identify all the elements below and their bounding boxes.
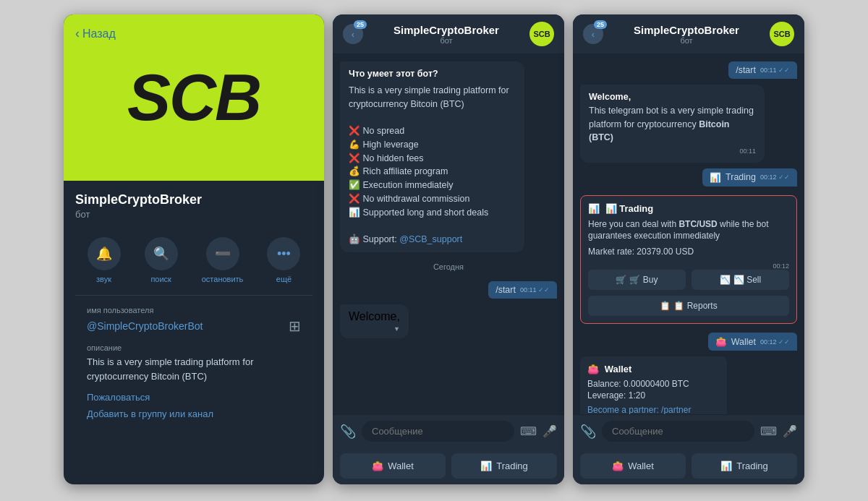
trading-card-time: 00:12 [588,262,789,270]
sell-icon: 📉 [720,275,731,285]
more-icon: ••• [267,237,300,270]
trading-card-icon: 📊 [588,203,600,214]
wallet-card-icon: 👛 [587,364,599,374]
partner-text: Become a partner: /partner [587,405,720,414]
stop-button[interactable]: ➖ остановить [202,237,244,283]
more-label: ещё [276,275,292,283]
leverage-value: 1:20 [629,390,645,401]
wallet-balance-line: Balance: 0.00000400 BTC [587,379,720,389]
chat-input-area-2: 📎 ⌨ 🎤 [333,414,564,448]
feature-4: 💰 Rich affiliate program [349,165,516,179]
screen-chat-trading: ‹ 25 SimpleCryptoBroker бот SCB /start 0… [573,14,804,484]
add-to-group-link[interactable]: Добавить в группу или канал [87,408,301,419]
chat-title-group-3: SimpleCryptoBroker бот [610,24,762,45]
trading-card-title: 📊 📊 Trading [588,203,789,214]
bot-info-message: Что умеет этот бот? This is a very simpl… [340,61,524,252]
mic-icon-3[interactable]: 🎤 [783,424,797,438]
chat-input-2[interactable] [362,421,514,442]
bottom-buttons-3: 👛 Wallet 📊 Trading [573,448,804,484]
stop-label: остановить [202,275,244,283]
chat-body-2: Что умеет этот бот? This is a very simpl… [333,54,564,414]
bot-name: SimpleCryptoBroker [75,192,312,207]
wallet-sent-time: 00:12 ✓✓ [760,338,790,346]
mic-icon[interactable]: 🎤 [542,424,557,438]
market-rate: Market rate: 20379.00 USD [588,247,789,257]
trading-button-3[interactable]: 📊 Trading [692,453,797,479]
trading-label-2: Trading [496,461,528,471]
sell-label: 📉 Sell [733,275,761,285]
qr-icon[interactable]: ⊞ [289,317,301,335]
wallet-button-3[interactable]: 👛 Wallet [580,453,686,479]
chat-input-3[interactable] [602,421,754,442]
search-button[interactable]: 🔍 поиск [145,237,178,283]
back-button[interactable]: ‹ Назад [75,26,116,41]
buy-icon: 🛒 [616,275,626,285]
balance-label: Balance: [587,379,624,389]
welcome-message-3: Welcome, This telegram bot is a very sim… [580,85,765,163]
more-button[interactable]: ••• ещё [267,237,300,283]
reports-button[interactable]: 📋 📋 Reports [588,296,789,316]
sound-label: звук [96,275,111,283]
report-link[interactable]: Пожаловаться [87,392,301,403]
screen-profile: ‹ Назад SCB SimpleCryptoBroker бот 🔔 зву… [64,14,324,484]
welcome-title-3: Welcome, [589,90,756,104]
back-arrow-icon: ‹ [352,29,354,40]
username-section: имя пользователя @SimpleCryptoBrokerBot … [75,296,312,435]
chat-input-area-3: 📎 ⌨ 🎤 [573,414,804,448]
trading-button-2[interactable]: 📊 Trading [451,453,557,479]
chat-title: SimpleCryptoBroker [370,24,522,36]
action-buttons-row: 🔔 звук 🔍 поиск ➖ остановить ••• ещё [75,231,312,296]
username-value: @SimpleCryptoBrokerBot ⊞ [87,317,301,335]
keyboard-icon[interactable]: ⌨ [520,424,537,438]
trading-icon-3: 📊 [720,461,732,471]
date-divider: Сегодня [340,262,557,271]
reports-icon: 📋 [660,301,671,311]
scroll-down-btn[interactable]: ▼ [393,325,400,333]
keyboard-icon-3[interactable]: ⌨ [760,424,777,438]
unread-badge-3: 25 [594,20,607,29]
market-rate-label: Market rate: [588,247,637,257]
feature-5: ✅ Execution immediately [349,179,516,192]
trading-icon-2: 📊 [480,461,492,471]
attach-icon-3[interactable]: 📎 [580,424,596,440]
start-command-text-3: /start [736,65,756,75]
chat-header-2: ‹ 25 SimpleCryptoBroker бот SCB [333,14,564,54]
username-label: имя пользователя [87,306,301,314]
wallet-card: 👛 Wallet Balance: 0.00000400 BTC Leverag… [580,356,727,414]
wallet-button-2[interactable]: 👛 Wallet [340,453,446,479]
buy-button[interactable]: 🛒 🛒 Buy [588,270,686,290]
bottom-buttons-2: 👛 Wallet 📊 Trading [333,448,564,484]
search-label: поиск [150,275,171,283]
attach-icon[interactable]: 📎 [340,424,356,440]
stop-icon: ➖ [206,237,239,270]
partner-link[interactable]: /partner [661,405,691,414]
chat-avatar: SCB [529,22,554,46]
start-command-sent: /start 00:11 ✓✓ [488,281,557,299]
msg-time-start: 00:11 ✓✓ [520,286,550,294]
sound-button[interactable]: 🔔 звук [88,237,121,283]
trading-sent-time: 00:12 ✓✓ [760,174,790,181]
search-icon: 🔍 [145,237,178,270]
wallet-icon-3: 👛 [612,461,624,471]
chat-title-group: SimpleCryptoBroker бот [370,24,522,45]
back-circle-button[interactable]: ‹ 25 [343,24,363,44]
back-label: Назад [82,27,116,40]
wallet-sent-3: 👛 Wallet 00:12 ✓✓ [708,333,797,351]
unread-badge: 25 [354,20,367,29]
chevron-left-icon: ‹ [75,26,80,41]
welcome-bubble: Welcome, ▼ [340,304,409,338]
start-time-3: 00:11 ✓✓ [760,67,790,74]
trading-sent-label: Trading [726,172,756,182]
profile-info: SimpleCryptoBroker бот 🔔 звук 🔍 поиск ➖ … [64,181,324,447]
support-link[interactable]: @SCB_support [399,234,462,244]
sound-icon: 🔔 [88,237,121,270]
feature-list: ❌ No spread 💪 High leverage ❌ No hidden … [349,124,516,219]
back-circle-button-3[interactable]: ‹ 25 [583,24,603,44]
chat-body-3: /start 00:11 ✓✓ Welcome, This telegram b… [573,54,804,414]
msg-title: Что умеет этот бот? [349,67,516,81]
welcome-text: Welcome, [349,310,400,322]
sell-button[interactable]: 📉 📉 Sell [692,270,789,290]
start-command-sent-3: /start 00:11 ✓✓ [728,61,797,79]
welcome-time-3: 00:11 [589,147,756,157]
trading-card: 📊 📊 Trading Here you can deal with BTC/U… [580,195,797,325]
